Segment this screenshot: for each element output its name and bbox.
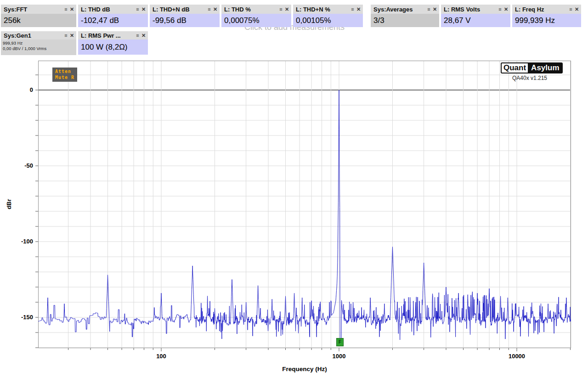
y-tick-label-0: 0	[1, 86, 33, 94]
fft-spectrum-plot[interactable]	[38, 61, 571, 348]
tile-rms-power[interactable]: L: RMS Pwr ...≡✕ 100 W (8,2Ω)	[78, 31, 148, 55]
atten-status: Atten	[55, 68, 74, 74]
tile-close-icon[interactable]: ✕	[69, 5, 75, 14]
tile-menu-icon[interactable]: ≡	[350, 5, 356, 14]
status-badge: Atten Mute R	[52, 68, 77, 82]
tile-title: Sys:Averages	[373, 6, 426, 13]
tile-thdn-pct[interactable]: L: THD+N %≡✕ 0,00105%	[293, 5, 363, 27]
mute-right-status: Mute R	[55, 74, 74, 80]
tile-title: L: Freq Hz	[515, 6, 568, 13]
tile-menu-icon[interactable]: ≡	[206, 5, 212, 14]
tile-sys-fft[interactable]: Sys:FFT≡✕ 256k	[1, 5, 76, 27]
tile-title: L: THD+N %	[296, 6, 350, 13]
tile-title: L: THD+N dB	[153, 6, 206, 13]
y-tick-label-100: -100	[1, 238, 33, 245]
logo-left: Quant	[501, 62, 528, 73]
tile-close-icon[interactable]: ✕	[212, 5, 218, 14]
tile-sys-gen1[interactable]: Sys:Gen1≡✕ 999,93 Hz 0,00 dBV / 1,000 Vr…	[1, 31, 76, 55]
tile-rms-volts[interactable]: L: RMS Volts≡✕ 28,67 V	[441, 5, 510, 27]
tile-freq-hz[interactable]: L: Freq Hz≡✕ 999,939 Hz	[512, 5, 581, 27]
x-axis-label: Frequency (Hz)	[259, 366, 351, 372]
tile-menu-icon[interactable]: ≡	[135, 5, 141, 14]
tile-menu-icon[interactable]: ≡	[426, 5, 432, 14]
tile-value: 256k	[1, 14, 76, 27]
tile-row-spacer	[365, 5, 369, 27]
tile-value: 0,00075%	[221, 14, 291, 27]
x-tick-label-10000: 10000	[498, 353, 535, 360]
tile-menu-icon[interactable]: ≡	[497, 5, 503, 14]
gen1-amplitude: 0,00 dBV / 1,000 Vrms	[3, 46, 76, 51]
tile-title: L: RMS Pwr ...	[81, 32, 135, 39]
tile-value: -102,47 dB	[78, 14, 148, 27]
tile-value: 28,67 V	[441, 14, 510, 27]
fundamental-marker[interactable]: F	[336, 338, 344, 346]
tile-menu-icon[interactable]: ≡	[63, 5, 69, 14]
tile-close-icon[interactable]: ✕	[503, 5, 509, 14]
measurement-tile-row-1: Sys:FFT≡✕ 256k L: THD dB≡✕ -102,47 dB L:…	[1, 5, 581, 27]
tile-close-icon[interactable]: ✕	[574, 5, 580, 14]
logo-right: Asylum	[528, 62, 562, 73]
tile-thd-db[interactable]: L: THD dB≡✕ -102,47 dB	[78, 5, 148, 27]
y-tick-label-50: -50	[1, 162, 33, 169]
x-tick-label-1000: 1000	[321, 353, 357, 360]
y-tick-label-150: -150	[1, 314, 33, 321]
tile-value: 3/3	[371, 14, 439, 27]
tile-value: 999,93 Hz 0,00 dBV / 1,000 Vrms	[1, 39, 76, 55]
tile-menu-icon[interactable]: ≡	[568, 5, 574, 14]
tile-value: 999,939 Hz	[512, 14, 581, 27]
quantasylum-logo: Quant Asylum	[501, 62, 563, 73]
tile-title: L: THD %	[224, 6, 278, 13]
app-version: QA40x v1.215	[501, 75, 559, 81]
tile-value: 100 W (8,2Ω)	[78, 39, 148, 55]
tile-menu-icon[interactable]: ≡	[278, 5, 284, 14]
tile-thdn-db[interactable]: L: THD+N dB≡✕ -99,56 dB	[150, 5, 220, 27]
tile-sys-averages[interactable]: Sys:Averages≡✕ 3/3	[371, 5, 439, 27]
tile-close-icon[interactable]: ✕	[432, 5, 438, 14]
gen1-frequency: 999,93 Hz	[3, 40, 76, 46]
tile-value: 0,00105%	[293, 14, 363, 27]
tile-close-icon[interactable]: ✕	[141, 31, 147, 40]
tile-thd-pct[interactable]: L: THD %≡✕ 0,00075%	[221, 5, 291, 27]
tile-close-icon[interactable]: ✕	[284, 5, 290, 14]
tile-title: L: THD dB	[81, 6, 135, 13]
x-tick-label-100: 100	[143, 353, 180, 360]
tile-value: -99,56 dB	[150, 14, 220, 27]
tile-menu-icon[interactable]: ≡	[135, 31, 141, 40]
tile-title: L: RMS Volts	[444, 6, 497, 13]
tile-close-icon[interactable]: ✕	[69, 31, 75, 40]
tile-close-icon[interactable]: ✕	[141, 5, 147, 14]
measurement-tile-row-2: Sys:Gen1≡✕ 999,93 Hz 0,00 dBV / 1,000 Vr…	[1, 31, 148, 55]
tile-menu-icon[interactable]: ≡	[63, 31, 69, 40]
tile-close-icon[interactable]: ✕	[356, 5, 362, 14]
y-axis-label: dBr	[6, 199, 12, 209]
tile-title: Sys:Gen1	[4, 32, 63, 39]
tile-title: Sys:FFT	[4, 6, 63, 13]
